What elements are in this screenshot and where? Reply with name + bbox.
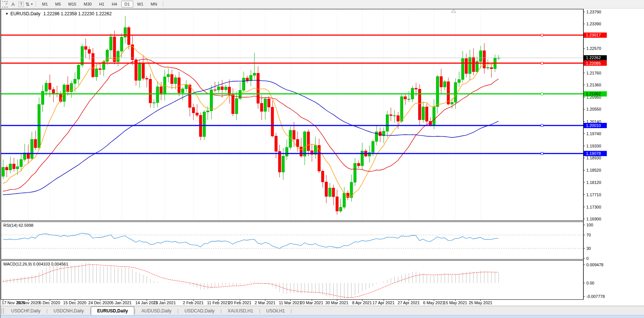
candle-body xyxy=(329,188,331,197)
macd-tick-label: 0.00 xyxy=(586,281,594,285)
candle-body xyxy=(45,83,48,91)
price-tick-label: 1.21360 xyxy=(586,83,601,87)
candle-body xyxy=(282,156,285,172)
tab-separator: | xyxy=(291,307,292,315)
candle-body xyxy=(397,115,400,121)
rsi-panel[interactable] xyxy=(1,222,584,260)
hline-handle[interactable] xyxy=(541,93,543,95)
hline-handle[interactable] xyxy=(541,62,543,64)
candle-body xyxy=(372,141,374,153)
candle-body xyxy=(34,139,37,148)
macd-tick-label: -0.007778 xyxy=(586,294,605,299)
candle-body xyxy=(13,164,15,169)
candle-body xyxy=(9,164,12,170)
price-tick-label: 1.23390 xyxy=(586,22,601,26)
macd-scale[interactable]: 0.0094780.00-0.007778 xyxy=(583,263,605,299)
candle-body xyxy=(264,99,266,111)
macd-panel[interactable] xyxy=(1,261,584,300)
rsi-scale[interactable]: 10070300 xyxy=(583,223,593,261)
mt4-terminal-window: FAT⇅▼ M1M5M15M30H1H4D1W1MN ▼EURUSD,Daily… xyxy=(0,0,644,318)
candle-body xyxy=(182,89,184,93)
status-bar xyxy=(1,315,644,318)
candle-body xyxy=(257,73,259,104)
candle-body xyxy=(92,53,94,77)
date-label: 2 Mar 2021 xyxy=(255,300,276,305)
chart-canvas[interactable]: 1.237901.233901.229901.225701.221701.217… xyxy=(1,0,644,306)
candle-body xyxy=(174,78,177,84)
hline-handle[interactable] xyxy=(541,152,543,155)
candle-body xyxy=(379,132,381,136)
hline-handle[interactable] xyxy=(541,34,543,36)
candle-body xyxy=(260,103,263,111)
date-label: 20 Feb 2021 xyxy=(228,300,251,305)
candle-body xyxy=(325,182,328,197)
candle-body xyxy=(38,105,41,148)
candle-body xyxy=(454,83,457,102)
rsi-tick-label: 30 xyxy=(586,246,591,251)
candle-body xyxy=(443,82,446,87)
candle-body xyxy=(192,108,195,113)
candle-body xyxy=(41,91,44,105)
hline-handle[interactable] xyxy=(541,124,543,127)
main-chart-panel[interactable] xyxy=(1,9,584,221)
date-label: 17 Apr 2021 xyxy=(372,300,394,305)
candle-body xyxy=(407,99,410,99)
candle-body xyxy=(479,51,482,61)
price-tick-label: 1.18520 xyxy=(586,168,601,172)
candle-body xyxy=(113,37,116,62)
chart-tab-eurusd[interactable]: EURUSD,Daily xyxy=(91,306,134,315)
date-label: 2 Feb 2021 xyxy=(183,300,204,305)
date-label: 5 Dec 2020 xyxy=(39,300,60,305)
candle-body xyxy=(2,167,4,176)
candle-body xyxy=(458,80,461,83)
date-label: 25 May 2021 xyxy=(469,300,493,305)
price-scale[interactable]: 1.237901.233901.229901.225701.221701.217… xyxy=(583,10,607,221)
candle-body xyxy=(203,112,205,137)
candle-body xyxy=(293,130,295,139)
rsi-indicator-label: RSI(14) 62.5998 xyxy=(3,223,33,228)
candle-body xyxy=(232,95,234,114)
tab-bar-grip[interactable] xyxy=(1,308,4,314)
date-label: 27 Apr 2021 xyxy=(398,300,420,305)
symbol-dropdown-icon[interactable]: ▼ xyxy=(5,12,9,16)
candle-body xyxy=(307,132,310,151)
candle-body xyxy=(124,28,126,37)
date-label: 15 Dec 2020 xyxy=(63,300,86,305)
macd-tick-label: 0.009478 xyxy=(586,263,603,267)
time-scale[interactable]: 17 Nov 202026 Nov 20205 Dec 202015 Dec 2… xyxy=(2,299,492,305)
candle-body xyxy=(52,89,55,93)
price-tick-label: 1.17710 xyxy=(586,193,601,197)
candle-body xyxy=(318,145,320,171)
candle-body xyxy=(221,87,224,90)
chart-tab-usdchf[interactable]: USDCHF,Daily xyxy=(5,307,47,315)
candle-body xyxy=(224,87,227,90)
price-tick-label: 1.19740 xyxy=(586,131,601,136)
candle-body xyxy=(16,167,19,169)
chart-tab-usoil[interactable]: USOil,H1 xyxy=(260,307,291,315)
candle-body xyxy=(433,106,435,125)
date-label: 26 Nov 2020 xyxy=(16,300,39,305)
hline-price-label: 1.19078 xyxy=(586,151,601,156)
chart-tab-audusd[interactable]: AUDUSD,Daily xyxy=(135,307,177,315)
candle-body xyxy=(426,107,428,121)
candle-body xyxy=(451,102,453,104)
chart-tab-usdcad[interactable]: USDCAD,Daily xyxy=(179,307,221,315)
hline-price-label: 1.22085 xyxy=(586,61,601,66)
candle-body xyxy=(487,67,489,68)
date-label: 6 May 2021 xyxy=(423,300,444,305)
candle-body xyxy=(149,79,152,103)
hline-price-label: 1.23017 xyxy=(586,33,601,37)
chart-ohlc-values: 1.22286 1.22358 1.22230 1.22262 xyxy=(44,11,112,16)
candle-body xyxy=(120,37,123,51)
chart-tab-usdcnh[interactable]: USDCNH,Daily xyxy=(48,307,90,315)
candle-body xyxy=(74,79,76,83)
candle-body xyxy=(210,90,213,111)
candle-body xyxy=(285,147,288,156)
price-tick-label: 1.16900 xyxy=(586,217,601,221)
candle-body xyxy=(88,50,91,53)
candle-body xyxy=(346,193,349,198)
candle-body xyxy=(243,78,245,90)
candle-body xyxy=(110,37,112,50)
candle-body xyxy=(142,64,144,79)
chart-tab-xauusd[interactable]: XAUUSD,H1 xyxy=(222,307,259,315)
